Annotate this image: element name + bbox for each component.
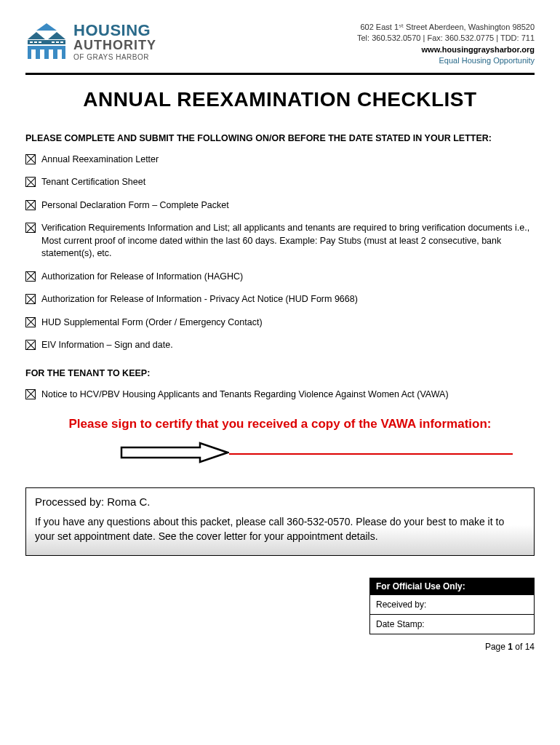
checklist-item: Authorization for Release of Information… (25, 293, 535, 306)
svg-marker-15 (121, 443, 228, 462)
checklist-label: Annual Reexamination Letter (41, 154, 159, 167)
logo-title-2: AUTHORITY (73, 39, 156, 52)
section-2-heading: FOR THE TENANT TO KEEP: (25, 368, 535, 378)
checkbox-checked-icon (25, 154, 36, 164)
contact-address: 602 East 1ˢᵗ Street Aberdeen, Washington… (357, 22, 535, 33)
checklist-label: Verification Requirements Information an… (41, 222, 535, 260)
official-use-header: For Official Use Only: (370, 578, 534, 594)
checkbox-checked-icon (25, 389, 36, 399)
checklist-label: Notice to HCV/PBV Housing Applicants and… (41, 389, 449, 402)
official-use-box: For Official Use Only: Received by: Date… (369, 578, 535, 634)
document-title: ANNUAL REEXAMINATION CHECKLIST (25, 88, 535, 111)
checklist-label: Personal Declaration Form – Complete Pac… (41, 199, 229, 212)
svg-marker-0 (36, 23, 57, 31)
svg-rect-9 (56, 41, 59, 43)
processed-box: Processed by: Roma C. If you have any qu… (25, 487, 535, 556)
signature-line[interactable] (229, 453, 513, 455)
svg-rect-3 (28, 40, 65, 44)
contact-phone: Tel: 360.532.0570 | Fax: 360.532.0775 | … (357, 33, 535, 44)
checklist-label: HUD Supplemental Form (Order / Emergency… (41, 316, 263, 330)
checklist-item: EIV Information – Sign and date. (25, 339, 535, 352)
checkbox-checked-icon (25, 223, 36, 233)
checklist-label: Authorization for Release of Information… (41, 271, 243, 284)
svg-rect-10 (60, 41, 63, 43)
page-number: Page 1 of 14 (25, 642, 535, 652)
checkbox-checked-icon (25, 200, 36, 210)
svg-rect-8 (52, 41, 55, 43)
checkbox-checked-icon (25, 294, 36, 304)
checkbox-checked-icon (25, 340, 36, 350)
svg-rect-6 (34, 41, 37, 43)
svg-marker-1 (28, 32, 45, 39)
svg-rect-14 (57, 49, 62, 59)
checkbox-checked-icon (25, 177, 36, 187)
received-by-row: Received by: (370, 594, 534, 614)
section-1-heading: PLEASE COMPLETE AND SUBMIT THE FOLLOWING… (25, 133, 535, 143)
checklist-item: Notice to HCV/PBV Housing Applicants and… (25, 389, 535, 402)
housing-authority-logo-icon (25, 22, 68, 62)
logo-block: HOUSING AUTHORITY OF GRAYS HARBOR (25, 22, 156, 62)
checklist-item: Tenant Certification Sheet (25, 176, 535, 189)
svg-rect-11 (31, 49, 36, 59)
contact-block: 602 East 1ˢᵗ Street Aberdeen, Washington… (357, 22, 535, 67)
processed-by: Processed by: Roma C. (35, 495, 525, 508)
svg-rect-12 (40, 49, 44, 59)
contact-eho: Equal Housing Opportunity (357, 55, 535, 66)
checklist-label: EIV Information – Sign and date. (41, 339, 173, 352)
checkbox-checked-icon (25, 317, 36, 327)
checklist-item: Personal Declaration Form – Complete Pac… (25, 199, 535, 212)
svg-rect-13 (49, 49, 53, 59)
checklist-label: Authorization for Release of Information… (41, 293, 358, 306)
checklist-item: Authorization for Release of Information… (25, 271, 535, 284)
checklist-item: Annual Reexamination Letter (25, 154, 535, 167)
logo-title-1: HOUSING (73, 23, 156, 39)
document-header: HOUSING AUTHORITY OF GRAYS HARBOR 602 Ea… (25, 22, 535, 75)
logo-title-3: OF GRAYS HARBOR (73, 53, 156, 61)
svg-rect-7 (39, 41, 41, 43)
checklist-label: Tenant Certification Sheet (41, 176, 145, 189)
logo-text: HOUSING AUTHORITY OF GRAYS HARBOR (73, 23, 156, 61)
signature-row (25, 442, 535, 466)
contact-website: www.housinggraysharbor.org (357, 44, 535, 55)
svg-rect-5 (30, 41, 33, 43)
arrow-right-icon (120, 442, 229, 466)
vawa-sign-heading: Please sign to certify that you received… (25, 417, 535, 431)
svg-marker-2 (48, 32, 65, 39)
checklist-item: Verification Requirements Information an… (25, 222, 535, 260)
checklist-item: HUD Supplemental Form (Order / Emergency… (25, 316, 535, 330)
checkbox-checked-icon (25, 271, 36, 282)
date-stamp-row: Date Stamp: (370, 614, 534, 634)
processed-note: If you have any questions about this pac… (35, 515, 525, 543)
